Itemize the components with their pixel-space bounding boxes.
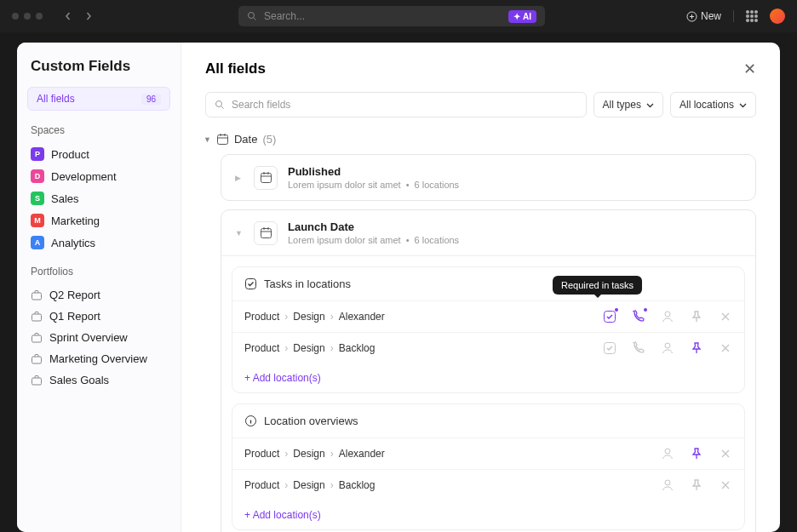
user-icon[interactable] — [661, 447, 674, 460]
portfolio-label: Sales Goals — [49, 374, 109, 386]
search-fields-input[interactable]: Search fields — [205, 92, 587, 117]
svg-point-0 — [248, 13, 254, 19]
ai-badge[interactable]: ✦ AI — [508, 10, 536, 23]
group-date[interactable]: ▼ Date (5) — [204, 133, 756, 146]
sidebar-title: Custom Fields — [27, 58, 170, 75]
space-label: Analytics — [51, 237, 95, 249]
svg-point-15 — [665, 343, 670, 348]
space-label: Development — [51, 170, 117, 183]
sidebar-space-analytics[interactable]: AAnalytics — [27, 232, 170, 254]
portfolio-label: Q1 Report — [49, 310, 100, 323]
sidebar-portfolio[interactable]: Marketing Overview — [27, 348, 170, 369]
locations-dropdown[interactable]: All locations — [670, 92, 756, 117]
user-icon[interactable] — [661, 310, 674, 323]
check-icon[interactable] — [603, 341, 616, 355]
svg-rect-4 — [32, 335, 42, 342]
pin-icon[interactable] — [690, 447, 703, 460]
search-placeholder: Search... — [264, 10, 305, 22]
pin-icon[interactable] — [690, 341, 703, 355]
svg-point-18 — [665, 480, 670, 485]
phone-icon[interactable] — [632, 310, 645, 323]
tasks-panel: Tasks in locations Product›Design›Alexan… — [232, 266, 745, 393]
sidebar-portfolio[interactable]: Q2 Report — [27, 284, 170, 306]
svg-point-13 — [665, 312, 670, 317]
sidebar-space-sales[interactable]: SSales — [27, 187, 170, 209]
sidebar-portfolio[interactable]: Sprint Overview — [27, 327, 170, 348]
breadcrumb[interactable]: Product›Design›Backlog — [244, 342, 375, 354]
field-name: Published — [288, 165, 742, 178]
portfolios-header: Portfolios — [31, 266, 167, 277]
svg-point-17 — [665, 449, 670, 454]
briefcase-icon — [31, 353, 43, 365]
calendar-icon — [216, 133, 229, 146]
space-icon: M — [31, 214, 44, 227]
user-icon[interactable] — [661, 478, 674, 492]
sidebar-space-product[interactable]: PProduct — [27, 143, 170, 165]
overviews-panel: Location overviews Product›Design›Alexan… — [232, 403, 745, 530]
calendar-icon — [260, 171, 272, 184]
phone-icon[interactable] — [632, 341, 645, 355]
x-icon[interactable] — [719, 478, 732, 492]
close-button[interactable]: ✕ — [743, 60, 756, 78]
x-icon[interactable] — [719, 310, 732, 323]
briefcase-icon — [31, 375, 43, 386]
user-icon[interactable] — [661, 341, 674, 355]
pin-icon[interactable] — [690, 478, 703, 492]
x-icon[interactable] — [719, 447, 732, 460]
svg-rect-2 — [32, 293, 42, 300]
panel-title: Tasks in locations — [264, 277, 351, 290]
x-icon[interactable] — [719, 341, 732, 355]
sidebar-all-fields[interactable]: All fields 96 — [27, 87, 170, 111]
svg-rect-3 — [32, 314, 42, 321]
briefcase-icon — [31, 289, 43, 301]
svg-rect-10 — [261, 229, 271, 238]
sidebar-space-development[interactable]: DDevelopment — [27, 165, 170, 187]
sidebar-portfolio[interactable]: Sales Goals — [27, 369, 170, 391]
svg-rect-11 — [246, 279, 256, 289]
chevron-down-icon — [646, 101, 654, 109]
space-label: Product — [51, 148, 89, 161]
space-icon: S — [31, 192, 44, 205]
add-location-button[interactable]: + Add location(s) — [232, 501, 744, 529]
window-dots — [12, 13, 43, 20]
check-icon[interactable] — [603, 310, 616, 323]
svg-rect-6 — [32, 378, 42, 385]
field-launch-date[interactable]: ▼ Launch Date Lorem ipsum dolor sit amet… — [221, 209, 756, 532]
nav-back[interactable] — [60, 8, 77, 25]
space-icon: A — [31, 236, 44, 249]
nav-fwd[interactable] — [80, 8, 97, 25]
tooltip: Required in tasks — [553, 276, 642, 295]
breadcrumb[interactable]: Product›Design›Backlog — [244, 479, 375, 491]
calendar-icon — [260, 226, 272, 239]
apps-icon[interactable] — [746, 10, 758, 22]
global-search[interactable]: Search... ✦ AI — [238, 6, 545, 26]
add-location-button[interactable]: + Add location(s) — [232, 363, 744, 392]
svg-rect-5 — [32, 357, 42, 363]
types-dropdown[interactable]: All types — [593, 92, 663, 117]
avatar[interactable] — [770, 9, 785, 24]
svg-rect-9 — [261, 174, 271, 183]
spaces-header: Spaces — [31, 124, 167, 136]
breadcrumb[interactable]: Product›Design›Alexander — [244, 311, 385, 323]
location-row: Product›Design›Backlog — [232, 333, 744, 363]
new-button[interactable]: New — [686, 10, 721, 22]
breadcrumb[interactable]: Product›Design›Alexander — [244, 448, 385, 460]
pin-icon[interactable] — [690, 310, 703, 323]
fields-count: 96 — [141, 94, 161, 105]
sidebar-portfolio[interactable]: Q1 Report — [27, 306, 170, 327]
panel-title: Location overviews — [264, 415, 358, 427]
plus-circle-icon — [686, 11, 697, 22]
location-row: Product›Design›AlexanderRequired in task… — [232, 301, 744, 333]
page-title: All fields — [205, 60, 266, 77]
location-row: Product›Design›Backlog — [232, 470, 744, 501]
briefcase-icon — [31, 332, 43, 344]
space-icon: P — [31, 147, 44, 161]
portfolio-label: Sprint Overview — [49, 331, 128, 344]
space-label: Sales — [51, 192, 79, 205]
location-row: Product›Design›Alexander — [232, 438, 744, 470]
briefcase-icon — [31, 311, 43, 323]
info-icon — [244, 415, 257, 427]
field-published[interactable]: ▶ Published Lorem ipsum dolor sit amet•6… — [221, 154, 756, 201]
sidebar-space-marketing[interactable]: MMarketing — [27, 209, 170, 232]
svg-rect-8 — [217, 135, 227, 145]
